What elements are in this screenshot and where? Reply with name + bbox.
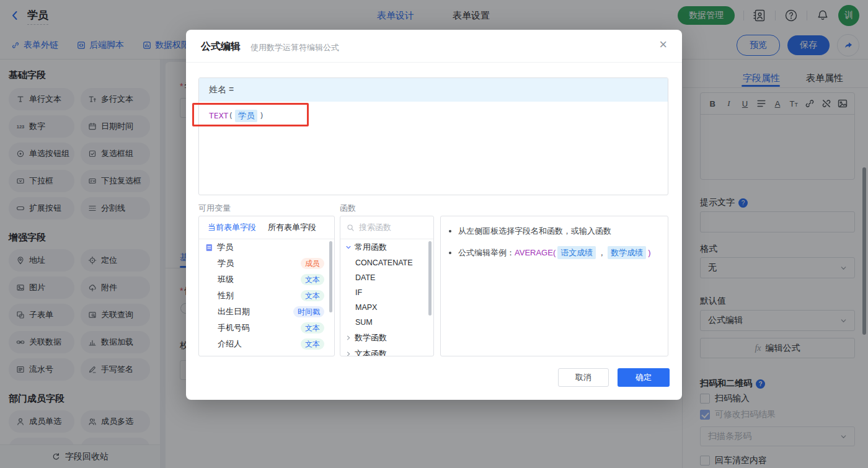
function-item-CONCATENATE[interactable]: CONCATENATE	[340, 255, 433, 270]
functions-scrollbar[interactable]	[428, 241, 432, 316]
variable-row-班级[interactable]: 班级文本	[199, 272, 334, 288]
formula-edit-dialog: 公式编辑 使用数学运算符编辑公式 × 姓名 = TEXT(学员) 可用变量 函数…	[186, 30, 682, 400]
variables-scrollbar[interactable]	[329, 241, 332, 312]
variable-name: 班级	[218, 274, 234, 285]
variable-name: 手机号码	[218, 322, 250, 333]
tab-current-form-fields[interactable]: 当前表单字段	[208, 222, 256, 233]
variables-label: 可用变量	[198, 203, 231, 214]
cancel-button[interactable]: 取消	[558, 368, 609, 387]
variable-type-badge: 文本	[301, 322, 324, 333]
variable-name: 介绍人	[218, 338, 242, 350]
formula-function: TEXT	[209, 111, 228, 120]
tab-all-form-fields[interactable]: 所有表单字段	[268, 222, 316, 233]
function-item-MAPX[interactable]: MAPX	[340, 300, 433, 315]
variable-row-学员[interactable]: 学员成员	[199, 255, 334, 272]
chevron-right-icon	[345, 335, 352, 341]
example-field-chip: 数学成绩	[608, 246, 646, 260]
chevron-down-icon	[345, 244, 352, 250]
variable-name: 学员	[218, 258, 234, 269]
app-window: 学员 表单设计 表单设置 数据管理 训 表单外链后端脚本数据权限 预览 保存 字…	[0, 0, 868, 468]
function-group-数学函数[interactable]: 数学函数	[340, 330, 433, 346]
function-group-label: 数学函数	[355, 332, 387, 343]
variable-row-手机号码[interactable]: 手机号码文本	[199, 320, 334, 336]
function-group-常用函数[interactable]: 常用函数	[340, 239, 433, 255]
function-group-文本函数[interactable]: 文本函数	[340, 346, 433, 356]
variable-row-介绍人[interactable]: 介绍人文本	[199, 336, 334, 352]
search-placeholder: 搜索函数	[359, 222, 391, 233]
functions-panel: 搜索函数 常用函数CONCATENATEDATEIFMAPXSUM数学函数文本函…	[340, 216, 434, 356]
variables-panel: 当前表单字段 所有表单字段 学员学员成员班级文本性别文本出生日期时间戳手机号码文…	[198, 216, 335, 356]
variable-name: 出生日期	[218, 306, 250, 317]
variable-name: 性别	[218, 290, 234, 301]
function-group-label: 文本函数	[355, 348, 387, 356]
formula-target: 姓名 =	[199, 78, 668, 102]
function-search-input[interactable]: 搜索函数	[340, 216, 433, 239]
help-tip-2: 公式编辑举例：AVERAGE(语文成绩，数学成绩)	[458, 246, 659, 260]
chevron-right-icon	[345, 351, 352, 356]
variable-row-性别[interactable]: 性别文本	[199, 288, 334, 304]
confirm-button[interactable]: 确定	[618, 368, 670, 387]
function-item-DATE[interactable]: DATE	[340, 270, 433, 285]
variable-root-row[interactable]: 学员	[199, 239, 334, 255]
formula-expression[interactable]: TEXT(学员)	[199, 102, 668, 130]
variable-root-label: 学员	[217, 242, 233, 253]
variable-type-badge: 时间戳	[293, 306, 324, 317]
variable-type-badge: 文本	[301, 290, 324, 301]
function-group-label: 常用函数	[355, 242, 387, 253]
function-item-IF[interactable]: IF	[340, 285, 433, 300]
search-icon	[347, 224, 355, 232]
variable-type-badge: 文本	[301, 338, 324, 350]
variable-type-badge: 文本	[301, 274, 324, 285]
example-field-chip: 语文成绩	[557, 246, 596, 260]
close-icon[interactable]: ×	[659, 38, 667, 51]
function-item-SUM[interactable]: SUM	[340, 315, 433, 330]
help-panel: 从左侧面板选择字段名和函数，或输入函数 公式编辑举例：AVERAGE(语文成绩，…	[440, 216, 668, 356]
functions-label: 函数	[340, 203, 356, 214]
variable-row-出生日期[interactable]: 出生日期时间戳	[199, 304, 334, 320]
help-tip-1: 从左侧面板选择字段名和函数，或输入函数	[458, 225, 659, 237]
dialog-title: 公式编辑	[201, 40, 241, 53]
dialog-subtitle: 使用数学运算符编辑公式	[250, 42, 339, 53]
variable-type-badge: 成员	[301, 258, 324, 269]
form-icon	[205, 244, 213, 252]
formula-field-chip[interactable]: 学员	[235, 110, 257, 122]
formula-editor[interactable]: 姓名 = TEXT(学员)	[198, 77, 668, 195]
